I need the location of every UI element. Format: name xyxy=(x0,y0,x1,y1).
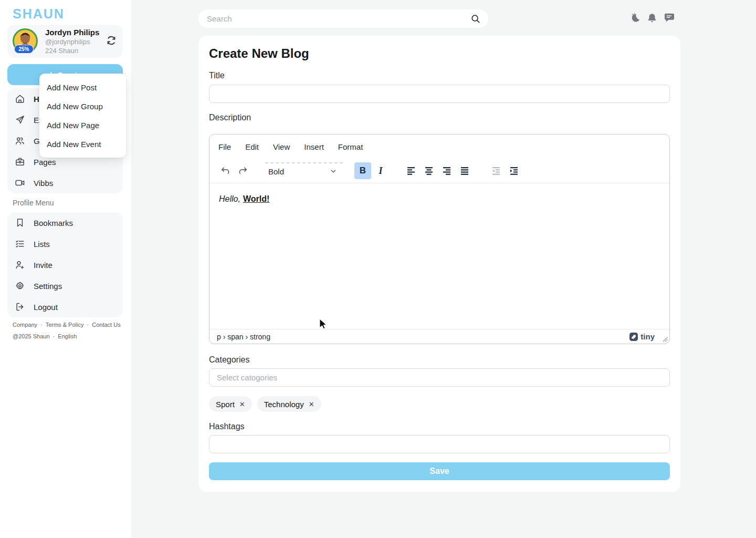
sidebar-item-lists[interactable]: Lists xyxy=(7,233,123,254)
profile-nav: Bookmarks Lists Invite Settings xyxy=(7,212,123,317)
profile-card: 25% Jordyn Philips @jordynphilips 224 Sh… xyxy=(7,25,123,58)
save-button[interactable]: Save xyxy=(209,462,670,480)
align-center-icon[interactable] xyxy=(421,162,437,179)
sidebar-footer-links: Company · Terms & Policy · Contact Us xyxy=(13,322,122,328)
indent-icon[interactable] xyxy=(506,162,522,179)
editor-content-area[interactable]: Hello,World! xyxy=(209,183,669,329)
messages-chat-icon[interactable] xyxy=(664,12,675,24)
groups-icon xyxy=(15,136,25,146)
main-area: Create New Blog Title Description File E… xyxy=(131,0,756,538)
menu-file[interactable]: File xyxy=(218,142,231,151)
user-plus-icon xyxy=(15,260,25,270)
align-right-icon[interactable] xyxy=(438,162,455,179)
undo-icon[interactable] xyxy=(217,162,234,179)
text-style-dropdown[interactable]: Bold xyxy=(265,162,343,179)
editor-menubar: File Edit View Insert Format xyxy=(209,134,669,159)
profile-balance: 224 Shaun xyxy=(45,47,99,54)
element-path: p › span › strong xyxy=(217,333,270,341)
resize-handle[interactable] xyxy=(662,336,668,342)
categories-input[interactable] xyxy=(209,368,670,387)
dot-separator: · xyxy=(53,333,55,339)
hashtags-input[interactable] xyxy=(209,435,670,453)
search-input[interactable] xyxy=(198,9,488,28)
bookmark-icon xyxy=(15,218,25,228)
lists-icon xyxy=(15,239,25,249)
sidebar-item-label: Logout xyxy=(34,303,58,312)
profile-info: Jordyn Philips @jordynphilips 224 Shaun xyxy=(45,28,99,54)
menu-edit[interactable]: Edit xyxy=(245,142,259,151)
sidebar-item-label: Lists xyxy=(34,240,50,249)
copyright-text: @2025 Shaun xyxy=(13,333,50,339)
selected-categories: Sport ✕ Technology ✕ xyxy=(209,396,321,412)
dark-mode-icon[interactable] xyxy=(629,12,640,24)
menu-item-add-new-event[interactable]: Add New Event xyxy=(39,134,126,153)
menu-item-add-new-group[interactable]: Add New Group xyxy=(39,97,126,116)
category-chip-sport: Sport ✕ xyxy=(209,396,252,412)
menu-item-add-new-page[interactable]: Add New Page xyxy=(39,116,126,134)
tiny-logo-icon xyxy=(629,333,638,341)
link-company[interactable]: Company xyxy=(13,322,37,328)
topbar-icons xyxy=(629,12,675,24)
selected-style-label: Bold xyxy=(268,167,284,176)
page-title: Create New Blog xyxy=(209,46,309,61)
refresh-icon[interactable] xyxy=(105,35,118,47)
remove-chip-icon[interactable]: ✕ xyxy=(239,401,245,408)
bold-letter: B xyxy=(360,165,366,176)
sidebar-item-bookmarks[interactable]: Bookmarks xyxy=(7,212,123,233)
avatar[interactable]: 25% xyxy=(13,28,38,54)
italic-text: Hello, xyxy=(219,194,240,203)
category-chip-technology: Technology ✕ xyxy=(257,396,321,412)
bold-underline-text: World! xyxy=(243,194,269,203)
italic-letter: I xyxy=(379,165,382,177)
hashtags-label: Hashtags xyxy=(209,422,245,431)
profile-handle: @jordynphilips xyxy=(45,38,99,45)
home-icon xyxy=(15,94,25,104)
sidebar-footer-copyright: @2025 Shaun · English xyxy=(13,333,78,339)
profile-menu-heading: Profile Menu xyxy=(13,199,54,207)
menu-view[interactable]: View xyxy=(273,142,290,151)
link-contact[interactable]: Contact Us xyxy=(92,322,120,328)
pages-icon xyxy=(15,157,25,167)
chip-label: Sport xyxy=(216,400,235,409)
sidebar-item-label: Settings xyxy=(34,282,62,291)
align-justify-icon[interactable] xyxy=(456,162,473,179)
sidebar-item-label: Bookmarks xyxy=(34,219,73,227)
redo-icon[interactable] xyxy=(235,162,251,179)
create-dropdown-menu: Add New Post Add New Group Add New Page … xyxy=(39,74,126,158)
gear-icon xyxy=(15,281,25,291)
create-blog-panel: Create New Blog Title Description File E… xyxy=(198,36,680,492)
editor-toolbar: Bold B I xyxy=(209,159,669,183)
menu-item-add-new-post[interactable]: Add New Post xyxy=(39,78,126,97)
search-icon[interactable] xyxy=(470,14,481,24)
italic-button[interactable]: I xyxy=(372,162,389,179)
sidebar-item-invite[interactable]: Invite xyxy=(7,254,123,275)
profile-progress-badge: 25% xyxy=(14,45,34,54)
menu-format[interactable]: Format xyxy=(338,142,363,151)
dot-separator: · xyxy=(40,322,43,328)
menu-insert[interactable]: Insert xyxy=(304,142,324,151)
video-icon xyxy=(15,178,25,188)
chip-label: Technology xyxy=(264,400,304,409)
notifications-bell-icon[interactable] xyxy=(646,12,658,24)
sidebar-item-label: Invite xyxy=(34,261,52,270)
sidebar-item-vibbs[interactable]: Vibbs xyxy=(7,172,123,193)
remove-chip-icon[interactable]: ✕ xyxy=(309,401,314,408)
app-logo: SHAUN xyxy=(13,6,65,22)
tiny-logo-label: tiny xyxy=(640,332,655,341)
blog-title-input[interactable] xyxy=(209,85,670,103)
link-terms[interactable]: Terms & Policy xyxy=(46,322,84,328)
dot-separator: · xyxy=(87,322,89,328)
bold-button[interactable]: B xyxy=(354,162,371,179)
description-label: Description xyxy=(209,113,251,122)
align-left-icon[interactable] xyxy=(403,162,419,179)
sidebar-item-settings[interactable]: Settings xyxy=(7,275,123,296)
outdent-icon[interactable] xyxy=(488,162,505,179)
editor-statusbar: p › span › strong tiny xyxy=(209,329,669,344)
sidebar-item-logout[interactable]: Logout xyxy=(7,296,123,317)
sidebar-item-label: Vibbs xyxy=(34,179,53,188)
categories-label: Categories xyxy=(209,355,249,365)
sidebar-item-label: Pages xyxy=(34,158,56,167)
language-selector[interactable]: English xyxy=(58,333,77,339)
tiny-branding[interactable]: tiny xyxy=(629,332,655,341)
profile-name: Jordyn Philips xyxy=(45,28,99,36)
